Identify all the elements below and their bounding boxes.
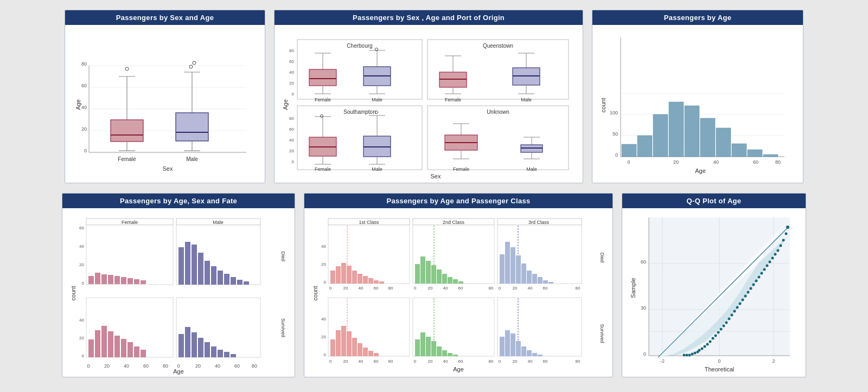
svg-point-332 xyxy=(686,354,688,356)
svg-text:Male: Male xyxy=(213,220,224,225)
svg-text:20: 20 xyxy=(513,286,518,291)
svg-rect-223 xyxy=(368,278,373,284)
svg-rect-273 xyxy=(532,353,537,356)
svg-text:20: 20 xyxy=(343,359,348,364)
svg-point-366 xyxy=(777,249,780,252)
svg-text:Theoretical: Theoretical xyxy=(705,366,734,372)
svg-rect-211 xyxy=(497,225,582,284)
svg-rect-170 xyxy=(127,342,133,357)
svg-rect-172 xyxy=(141,350,146,357)
svg-point-331 xyxy=(683,354,686,356)
svg-rect-168 xyxy=(114,336,120,357)
svg-rect-258 xyxy=(415,339,420,356)
svg-point-367 xyxy=(780,244,782,247)
svg-point-342 xyxy=(712,337,714,339)
svg-rect-227 xyxy=(415,264,420,284)
chart-box-sex-age: Passengers by Sex and Age Age 0 20 40 60… xyxy=(65,10,265,183)
svg-rect-270 xyxy=(516,341,521,356)
svg-text:80: 80 xyxy=(576,286,580,291)
svg-rect-231 xyxy=(437,269,442,284)
svg-rect-120 xyxy=(669,102,684,157)
svg-point-346 xyxy=(723,324,725,327)
svg-rect-121 xyxy=(685,106,699,157)
svg-text:20: 20 xyxy=(513,359,518,364)
svg-text:40: 40 xyxy=(124,363,129,369)
svg-rect-263 xyxy=(442,350,447,356)
svg-text:0: 0 xyxy=(84,148,87,153)
svg-text:0: 0 xyxy=(292,92,295,97)
svg-point-365 xyxy=(774,253,777,255)
svg-text:Sex: Sex xyxy=(163,165,173,172)
svg-rect-123 xyxy=(716,128,731,157)
svg-point-359 xyxy=(758,275,761,278)
svg-rect-169 xyxy=(121,339,126,357)
svg-text:0: 0 xyxy=(329,286,332,291)
svg-rect-181 xyxy=(231,354,236,357)
svg-rect-267 xyxy=(500,337,505,356)
svg-text:count: count xyxy=(312,286,318,300)
svg-rect-219 xyxy=(347,266,352,284)
svg-text:40: 40 xyxy=(528,286,533,291)
svg-text:Sex: Sex xyxy=(431,173,441,179)
svg-rect-218 xyxy=(341,263,346,284)
chart-title-sex-age-port: Passengers by Sex , Age and Port of Orig… xyxy=(275,10,583,25)
svg-text:60: 60 xyxy=(289,59,294,64)
svg-text:0: 0 xyxy=(414,359,417,364)
svg-rect-272 xyxy=(527,350,532,356)
svg-rect-161 xyxy=(231,277,236,285)
svg-rect-122 xyxy=(700,118,715,157)
svg-point-337 xyxy=(698,349,701,351)
svg-rect-149 xyxy=(121,277,126,284)
svg-point-345 xyxy=(720,327,723,330)
svg-rect-232 xyxy=(442,274,447,284)
svg-rect-148 xyxy=(114,276,120,284)
svg-text:40: 40 xyxy=(79,244,84,249)
svg-rect-241 xyxy=(521,264,526,284)
svg-text:0: 0 xyxy=(718,358,720,364)
svg-text:0: 0 xyxy=(499,359,501,364)
row-1: Passengers by Sex and Age Age 0 20 40 60… xyxy=(10,10,858,183)
svg-text:40: 40 xyxy=(321,317,326,322)
svg-rect-50 xyxy=(309,69,336,86)
svg-text:Age: Age xyxy=(173,368,184,375)
svg-rect-13 xyxy=(111,120,143,142)
svg-point-340 xyxy=(706,343,709,345)
svg-text:80: 80 xyxy=(775,159,781,165)
svg-rect-234 xyxy=(453,279,458,284)
svg-text:60: 60 xyxy=(458,286,463,291)
svg-text:80: 80 xyxy=(489,359,494,364)
svg-text:60: 60 xyxy=(79,226,84,230)
svg-text:80: 80 xyxy=(81,61,87,67)
chart-box-hist-age: Passengers by Age count 0 50 100 xyxy=(592,10,803,183)
svg-rect-248 xyxy=(330,339,335,356)
svg-rect-271 xyxy=(521,346,526,356)
svg-rect-220 xyxy=(352,271,357,284)
svg-hist-age: count 0 50 100 xyxy=(600,29,795,180)
svg-text:20: 20 xyxy=(428,359,433,364)
svg-text:60: 60 xyxy=(289,127,294,132)
chart-body-age-class: count 1st Class 2nd Class 3rd Class Died… xyxy=(304,208,612,377)
chart-box-age-class: Passengers by Age and Passenger Class co… xyxy=(304,193,613,377)
svg-text:40: 40 xyxy=(443,359,448,364)
svg-rect-255 xyxy=(368,351,373,356)
svg-point-356 xyxy=(750,287,752,290)
svg-rect-177 xyxy=(205,342,210,357)
svg-rect-145 xyxy=(95,273,100,284)
svg-point-338 xyxy=(701,347,704,350)
svg-text:2nd Class: 2nd Class xyxy=(443,220,465,225)
svg-qq: Sample 0 30 60 -2 0 2 xyxy=(630,212,798,375)
svg-text:20: 20 xyxy=(195,363,201,369)
svg-rect-175 xyxy=(192,332,197,357)
svg-text:80: 80 xyxy=(289,116,294,121)
svg-rect-261 xyxy=(431,341,436,356)
svg-point-339 xyxy=(704,345,706,348)
svg-rect-155 xyxy=(192,245,197,285)
svg-rect-252 xyxy=(352,338,357,356)
svg-text:80: 80 xyxy=(388,286,393,291)
svg-point-368 xyxy=(782,239,785,241)
svg-rect-262 xyxy=(437,346,442,356)
svg-text:Female: Female xyxy=(315,166,331,172)
svg-rect-256 xyxy=(374,353,379,356)
svg-text:40: 40 xyxy=(81,105,87,110)
y-axis-label: Age xyxy=(75,99,81,110)
